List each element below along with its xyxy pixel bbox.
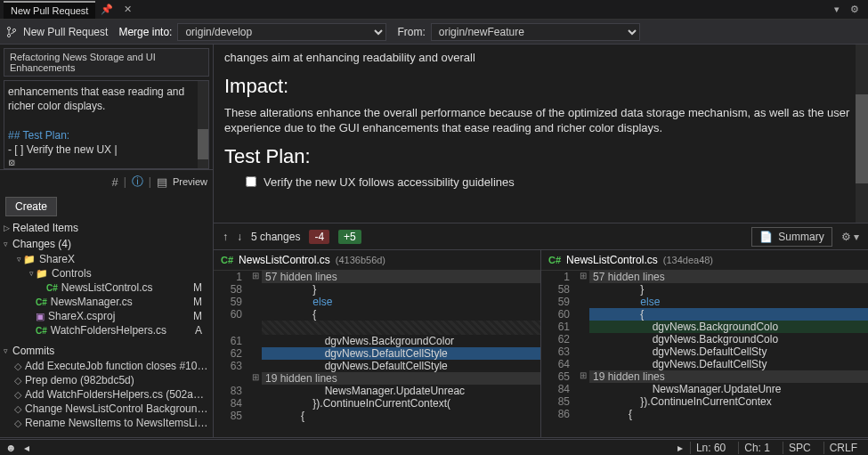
file-header-left: C# NewsListControl.cs (4136b56d) (214, 250, 540, 271)
next-change-icon[interactable]: ↓ (237, 231, 242, 243)
checkbox[interactable] (246, 176, 256, 187)
code-line[interactable]: 62 dgvNews.BackgroundColo (541, 333, 868, 345)
file-item[interactable]: ▣ShareX.csprojM (0, 309, 213, 323)
desc-scrollbar[interactable] (198, 81, 208, 168)
file-item[interactable]: C#NewsListControl.csM (0, 280, 213, 295)
code-line[interactable]: 84 }).ContinueInCurrentContext( (214, 397, 540, 410)
hash-icon[interactable]: # (111, 175, 118, 189)
file-name: NewsListControl.cs (566, 254, 658, 266)
code-line[interactable]: 1⊞57 hidden lines (214, 271, 540, 283)
diff-viewer: ↑ ↓ 5 changes -4 +5 📄Summary ⚙ ▾ C# News… (214, 223, 868, 437)
merge-into-label: Merge into: (118, 26, 172, 38)
source-branch-select[interactable]: origin/newFeature (431, 23, 640, 41)
diff-toolbar: ↑ ↓ 5 changes -4 +5 📄Summary ⚙ ▾ (214, 223, 868, 250)
code-line[interactable]: 58 } (541, 283, 868, 296)
code-line[interactable]: 63 dgvNews.DefaultCellStyle (214, 360, 540, 372)
code-line[interactable]: 84 NewsManager.UpdateUnre (541, 383, 868, 395)
window-title: New Pull Request (4, 1, 95, 19)
svg-point-1 (7, 34, 10, 37)
cs-file-icon: C# (36, 326, 47, 336)
code-line[interactable]: 60 { (214, 308, 540, 321)
spellcheck-icon: ⦻ (7, 157, 17, 167)
commit-item[interactable]: ◇Add WatchFoldersHelpers.cs (502a3629) (0, 387, 213, 402)
pr-title-input[interactable]: Refactoring News Storage and UI Enhancem… (4, 48, 209, 77)
code-line[interactable]: 61 dgvNews.BackgroundColor (214, 335, 540, 347)
cs-file-icon: C# (46, 283, 58, 293)
file-item[interactable]: C#NewsManager.csM (0, 295, 213, 309)
new-pr-label: New Pull Request (23, 26, 108, 38)
code-line[interactable]: 61 dgvNews.BackgroundColo (541, 321, 868, 333)
code-line[interactable]: 83 NewsManager.UpdateUnreac (214, 385, 540, 397)
code-lines-right[interactable]: 1⊞57 hidden lines58 }59 else60 {61 dgvNe… (541, 271, 868, 437)
changes-tree: ▷Related Items ▿Changes (4) ▿📁ShareX ▿📁C… (0, 220, 213, 437)
code-line[interactable]: 65⊞19 hidden lines (541, 370, 868, 383)
changes-count: 5 changes (251, 231, 300, 243)
commits-section[interactable]: ▿Commits (0, 343, 213, 359)
code-line[interactable]: 86 { (541, 408, 868, 420)
changes-section[interactable]: ▿Changes (4) (0, 236, 213, 252)
code-lines-left[interactable]: 1⊞57 hidden lines58 }59 else60 {61 dgvNe… (214, 271, 540, 437)
folder-icon: 📁 (23, 254, 36, 265)
preview-scrollbar[interactable] (856, 45, 868, 223)
pr-description-editor[interactable]: enhancements that ease reading and riche… (4, 80, 209, 169)
csproj-icon: ▣ (36, 311, 45, 322)
create-button[interactable]: Create (5, 197, 57, 216)
commit-icon: ◇ (14, 403, 21, 415)
testplan-heading: Test Plan: (224, 145, 857, 168)
folder-controls[interactable]: ▿📁Controls (0, 266, 213, 280)
code-line[interactable]: 64 dgvNews.DefaultCellSty (541, 358, 868, 370)
commit-hash: (134dea48) (663, 255, 713, 265)
file-item[interactable]: C#WatchFoldersHelpers.csA (0, 323, 213, 337)
gear-icon[interactable]: ⚙ (845, 4, 864, 15)
code-line[interactable]: 85 { (214, 410, 540, 422)
related-items-section[interactable]: ▷Related Items (0, 220, 213, 236)
diff-right-pane: C# NewsListControl.cs (134dea48) 1⊞57 hi… (541, 250, 868, 437)
impact-text: These alterations enhance the overall pe… (224, 105, 857, 136)
commit-item[interactable]: ◇Rename NewsItems to NewsItemsList #19 (… (0, 416, 213, 430)
folder-sharex[interactable]: ▿📁ShareX (0, 252, 213, 266)
code-line[interactable] (214, 321, 540, 335)
svg-point-0 (7, 27, 10, 29)
cs-file-icon: C# (36, 297, 47, 307)
pr-toolbar: New Pull Request Merge into: origin/deve… (0, 20, 868, 45)
pin-icon[interactable]: 📌 (95, 4, 118, 15)
deletions-badge: -4 (309, 230, 329, 244)
additions-badge: +5 (338, 230, 361, 244)
prev-change-icon[interactable]: ↑ (223, 231, 228, 243)
folder-icon: 📁 (36, 268, 48, 280)
file-header-right: C# NewsListControl.cs (134dea48) (541, 250, 868, 271)
commit-icon: ◇ (14, 361, 21, 372)
preview-text: changes aim at enhancing readability and… (224, 50, 857, 66)
commit-item[interactable]: ◇Prep demo (982bdc5d) (0, 373, 213, 387)
left-panel: Refactoring News Storage and UI Enhancem… (0, 45, 214, 437)
right-panel: changes aim at enhancing readability and… (214, 45, 868, 437)
code-line[interactable]: 63 dgvNews.DefaultCellSty (541, 345, 868, 358)
target-branch-select[interactable]: origin/develop (177, 23, 386, 41)
code-line[interactable]: 62 dgvNews.DefaultCellStyle (214, 347, 540, 360)
commit-icon: ◇ (14, 389, 21, 401)
code-line[interactable]: 59 else (214, 296, 540, 308)
summary-icon: 📄 (759, 231, 773, 243)
code-line[interactable]: 85 }).ContinueInCurrentContex (541, 395, 868, 408)
info-icon[interactable]: ⓘ (132, 174, 143, 190)
code-line[interactable]: ⊞19 hidden lines (214, 372, 540, 385)
cs-file-icon: C# (548, 255, 561, 265)
code-line[interactable]: 60 { (541, 308, 868, 321)
summary-button[interactable]: 📄Summary (751, 227, 831, 247)
checklist-item[interactable]: Verify the new UX follows accessibility … (224, 175, 857, 189)
diff-settings-icon[interactable]: ⚙ ▾ (841, 231, 859, 243)
close-tab-icon[interactable]: ✕ (118, 4, 137, 15)
description-toolbar: #| ⓘ| ▤ Preview (0, 169, 213, 193)
commit-item[interactable]: ◇Change NewsListControl Background Color… (0, 402, 213, 416)
cs-file-icon: C# (221, 255, 233, 265)
commit-item[interactable]: ◇Add ExecuteJob function closes #10 (134… (0, 359, 213, 373)
code-line[interactable]: 59 else (541, 296, 868, 308)
preview-label[interactable]: Preview (173, 176, 207, 187)
commit-hash: (4136b56d) (336, 255, 385, 265)
window-titlebar: New Pull Request 📌 ✕ ▾ ⚙ (0, 0, 868, 20)
preview-icon[interactable]: ▤ (157, 175, 167, 189)
code-line[interactable]: 58 } (214, 283, 540, 296)
diff-left-pane: C# NewsListControl.cs (4136b56d) 1⊞57 hi… (214, 250, 541, 437)
dropdown-icon[interactable]: ▾ (829, 4, 845, 15)
code-line[interactable]: 1⊞57 hidden lines (541, 271, 868, 283)
